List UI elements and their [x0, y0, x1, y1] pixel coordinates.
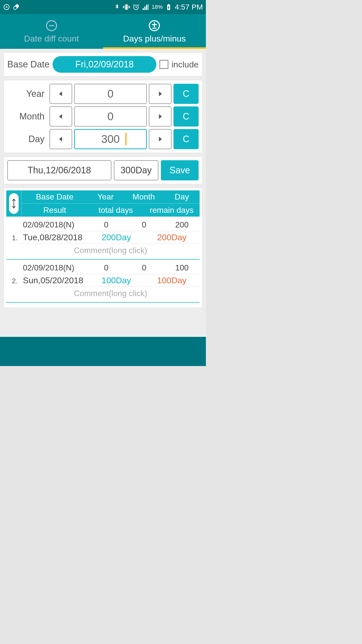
- triangle-left-icon: [57, 135, 64, 144]
- header-year: Year: [88, 192, 123, 202]
- cell-remain-days: 100Day: [144, 275, 200, 285]
- comment-placeholder[interactable]: Comment(long click): [21, 244, 200, 257]
- content-area: Base Date Fri,02/09/2018 include Year 0 …: [0, 49, 206, 337]
- header-base-date: Base Date: [22, 192, 88, 202]
- day-label: Day: [7, 134, 48, 144]
- month-increment-button[interactable]: [149, 106, 171, 127]
- month-input[interactable]: 0: [74, 106, 147, 127]
- result-date-display: Thu,12/06/2018: [7, 160, 111, 180]
- table-row[interactable]: 2. 02/09/2018(N) 0 0 100 Sun,05/20/2018 …: [6, 260, 200, 303]
- plus-minus-circle-icon: [148, 20, 160, 32]
- alarm-icon: [132, 4, 140, 11]
- header-month: Month: [123, 192, 164, 202]
- save-button[interactable]: Save: [161, 160, 199, 180]
- bluetooth-icon: [113, 4, 120, 11]
- pill-icon: [13, 4, 20, 11]
- triangle-right-icon: [157, 89, 164, 98]
- minus-circle-icon: [46, 20, 58, 32]
- day-decrement-button[interactable]: [50, 129, 72, 149]
- include-label: include: [171, 60, 199, 69]
- history-table-card: Base Date Year Month Day Result total da…: [4, 188, 202, 308]
- header-remain: remain days: [144, 206, 200, 215]
- battery-icon: [165, 4, 172, 11]
- sort-handle-button[interactable]: [9, 193, 19, 214]
- tab-bar: Date diff count Days plus/minus: [0, 14, 206, 49]
- day-increment-button[interactable]: [149, 129, 171, 149]
- triangle-right-icon: [157, 135, 164, 144]
- signal-icon: [142, 4, 149, 11]
- cell-month: 0: [124, 263, 164, 272]
- cell-result: Sun,05/20/2018: [21, 275, 88, 285]
- result-days-display: 300Day: [114, 160, 158, 180]
- cell-month: 0: [124, 220, 164, 229]
- clock-time: 4:57 PM: [175, 3, 203, 11]
- cell-total-days: 200Day: [88, 232, 144, 242]
- vibrate-icon: [123, 4, 130, 11]
- cell-day: 100: [164, 263, 200, 272]
- include-checkbox[interactable]: [159, 60, 168, 69]
- sort-arrows-icon: [11, 198, 16, 209]
- cell-total-days: 100Day: [88, 275, 144, 285]
- row-index: 1.: [6, 219, 21, 257]
- month-label: Month: [7, 111, 48, 122]
- header-day: Day: [164, 192, 200, 202]
- row-index: 2.: [6, 262, 21, 300]
- status-bar: 18% 4:57 PM: [0, 0, 206, 14]
- cell-day: 200: [164, 220, 200, 229]
- tab-label: Days plus/minus: [123, 34, 186, 44]
- month-clear-button[interactable]: C: [173, 106, 199, 127]
- year-label: Year: [7, 89, 48, 99]
- header-result: Result: [22, 206, 88, 215]
- base-date-label: Base Date: [7, 59, 50, 70]
- base-date-card: Base Date Fri,02/09/2018 include: [4, 52, 202, 76]
- bottom-nav-bar: [0, 337, 206, 366]
- tab-days-plus-minus[interactable]: Days plus/minus: [103, 14, 206, 49]
- year-decrement-button[interactable]: [50, 84, 72, 104]
- carrier-icon: [3, 4, 10, 11]
- sort-handle-column: [6, 190, 21, 217]
- triangle-left-icon: [57, 89, 64, 98]
- day-clear-button[interactable]: C: [173, 129, 199, 149]
- year-input[interactable]: 0: [74, 84, 147, 104]
- year-clear-button[interactable]: C: [173, 84, 199, 104]
- year-increment-button[interactable]: [149, 84, 171, 104]
- tab-date-diff[interactable]: Date diff count: [0, 14, 103, 49]
- cell-result: Tue,08/28/2018: [21, 232, 88, 242]
- battery-percentage: 18%: [152, 4, 163, 10]
- tab-label: Date diff count: [24, 34, 79, 44]
- cell-year: 0: [88, 263, 124, 272]
- cell-base-date: 02/09/2018(N): [21, 220, 88, 229]
- day-input[interactable]: 300: [74, 129, 147, 149]
- table-header: Base Date Year Month Day Result total da…: [6, 190, 200, 217]
- triangle-left-icon: [57, 112, 64, 121]
- cell-year: 0: [88, 220, 124, 229]
- comment-placeholder[interactable]: Comment(long click): [21, 287, 200, 300]
- cell-base-date: 02/09/2018(N): [21, 263, 88, 272]
- base-date-button[interactable]: Fri,02/09/2018: [53, 56, 156, 73]
- table-row[interactable]: 1. 02/09/2018(N) 0 0 200 Tue,08/28/2018 …: [6, 217, 200, 260]
- result-card: Thu,12/06/2018 300Day Save: [4, 156, 202, 184]
- month-decrement-button[interactable]: [50, 106, 72, 127]
- header-total: total days: [88, 206, 144, 215]
- triangle-right-icon: [157, 112, 164, 121]
- steppers-card: Year 0 C Month 0 C Day 300 C: [4, 80, 202, 153]
- cell-remain-days: 200Day: [144, 232, 200, 242]
